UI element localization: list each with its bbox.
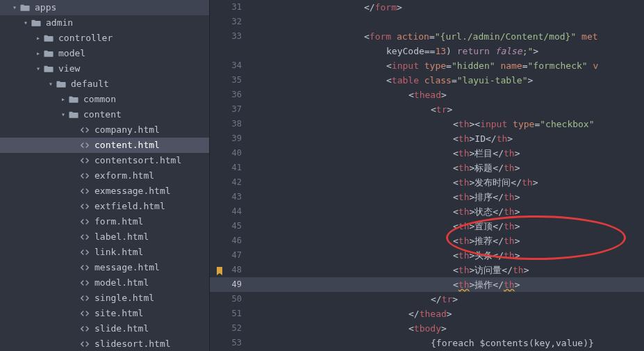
line-number	[210, 44, 253, 58]
tree-file-form.html[interactable]: form.html	[0, 214, 209, 229]
code-file-icon	[79, 232, 90, 242]
folder-icon	[43, 49, 54, 58]
tree-folder-common[interactable]: common	[0, 92, 209, 107]
folder-icon	[68, 95, 79, 104]
chevron-right-icon[interactable]	[58, 92, 68, 107]
code-file-icon	[79, 339, 90, 349]
tree-file-extfield.html[interactable]: extfield.html	[0, 199, 209, 214]
code-line[interactable]: <form action="{url./admin/Content/mod}" …	[253, 29, 644, 44]
code-line[interactable]: <th>排序</th>	[253, 190, 644, 204]
chevron-down-icon[interactable]	[21, 15, 31, 31]
tree-item-label: extfield.html	[94, 199, 209, 214]
bookmark-icon[interactable]	[215, 266, 224, 274]
chevron-down-icon[interactable]	[10, 0, 19, 15]
line-number: 31	[210, 0, 253, 15]
code-file-icon	[79, 186, 90, 196]
code-area[interactable]: </form><form action="{url./admin/Content…	[253, 0, 644, 351]
tree-file-link.html[interactable]: link.html	[0, 245, 209, 260]
line-number: 53	[210, 336, 253, 350]
code-line[interactable]: <tbody>	[253, 321, 644, 336]
tree-file-company.html[interactable]: company.html	[0, 122, 209, 138]
tree-item-label: message.html	[94, 260, 209, 275]
tree-folder-apps[interactable]: apps	[0, 0, 209, 15]
tree-file-label.html[interactable]: label.html	[0, 229, 209, 245]
line-number: 35	[210, 73, 253, 88]
code-line[interactable]: <thead>	[253, 88, 644, 102]
code-line[interactable]: <table class="layui-table">	[253, 73, 644, 88]
code-line[interactable]: {foreach $contents(key,value)}	[253, 336, 644, 350]
line-number: 52	[210, 321, 253, 336]
code-file-icon	[79, 293, 90, 303]
code-file-icon	[79, 278, 90, 288]
chevron-right-icon[interactable]	[33, 46, 43, 61]
line-number: 51	[210, 307, 253, 321]
tree-folder-admin[interactable]: admin	[0, 15, 209, 31]
line-number: 41	[210, 161, 253, 175]
code-line[interactable]: <th>状态</th>	[253, 204, 644, 219]
code-line[interactable]: <th>访问量</th>	[253, 263, 644, 277]
tree-item-label: exmessage.html	[94, 183, 209, 199]
workspace: appsadmincontrollermodelviewdefaultcommo…	[0, 0, 644, 351]
code-line[interactable]: <th>操作</th>	[253, 277, 644, 292]
tree-file-model.html[interactable]: model.html	[0, 275, 209, 291]
tree-item-label: slide.html	[94, 321, 209, 336]
code-editor[interactable]: 3132333435363738394041424344454647484950…	[210, 0, 644, 351]
code-file-icon	[79, 140, 90, 150]
folder-icon	[56, 79, 67, 89]
chevron-down-icon[interactable]	[46, 76, 56, 92]
code-line[interactable]: <tr>	[253, 102, 644, 117]
line-number: 48	[210, 263, 253, 277]
code-line[interactable]: <th>置顶</th>	[253, 219, 644, 234]
code-line[interactable]: keyCode==13) return false;">	[253, 44, 644, 58]
tree-file-contentsort.html[interactable]: contentsort.html	[0, 153, 209, 168]
tree-item-label: model.html	[94, 275, 209, 291]
tree-file-single.html[interactable]: single.html	[0, 291, 209, 306]
code-file-icon	[79, 309, 90, 318]
code-file-icon	[79, 202, 90, 211]
code-line[interactable]: <th>标题</th>	[253, 161, 644, 175]
code-line[interactable]: </thead>	[253, 307, 644, 321]
code-file-icon	[79, 156, 90, 165]
code-line[interactable]: <th>栏目</th>	[253, 146, 644, 161]
tree-item-label: default	[71, 76, 209, 92]
tree-file-slide.html[interactable]: slide.html	[0, 321, 209, 336]
code-line[interactable]: <th><input type="checkbox"	[253, 117, 644, 131]
folder-icon	[43, 64, 54, 74]
tree-file-content.html[interactable]: content.html	[0, 138, 209, 153]
code-line[interactable]: <input type="hidden" name="formcheck" v	[253, 58, 644, 73]
tree-folder-controller[interactable]: controller	[0, 31, 209, 46]
tree-folder-default[interactable]: default	[0, 76, 209, 92]
line-number: 49	[210, 277, 253, 292]
tree-item-label: exform.html	[94, 168, 209, 183]
chevron-right-icon[interactable]	[33, 31, 43, 46]
tree-file-message.html[interactable]: message.html	[0, 260, 209, 275]
tree-item-label: contentsort.html	[94, 153, 209, 168]
chevron-down-icon[interactable]	[58, 107, 68, 122]
tree-file-exmessage.html[interactable]: exmessage.html	[0, 183, 209, 199]
code-line[interactable]: </form>	[253, 0, 644, 15]
tree-item-label: controller	[58, 31, 209, 46]
tree-item-label: apps	[35, 0, 209, 15]
line-number: 34	[210, 58, 253, 73]
tree-file-slidesort.html[interactable]: slidesort.html	[0, 336, 209, 351]
tree-folder-content[interactable]: content	[0, 107, 209, 122]
tree-item-label: content	[83, 107, 209, 122]
tree-folder-model[interactable]: model	[0, 46, 209, 61]
tree-item-label: site.html	[94, 306, 209, 321]
code-line[interactable]	[253, 15, 644, 29]
tree-file-exform.html[interactable]: exform.html	[0, 168, 209, 183]
tree-file-site.html[interactable]: site.html	[0, 306, 209, 321]
code-line[interactable]: <th>推荐</th>	[253, 234, 644, 248]
code-line[interactable]: <th>头条</th>	[253, 248, 644, 263]
line-number: 50	[210, 292, 253, 307]
code-line[interactable]: </tr>	[253, 292, 644, 307]
tree-folder-view[interactable]: view	[0, 61, 209, 76]
tree-item-label: admin	[46, 15, 209, 31]
code-line[interactable]: <th>ID</th>	[253, 131, 644, 146]
code-line[interactable]: <th>发布时间</th>	[253, 175, 644, 190]
line-number: 40	[210, 146, 253, 161]
file-tree-sidebar[interactable]: appsadmincontrollermodelviewdefaultcommo…	[0, 0, 210, 351]
tree-item-label: model	[58, 46, 209, 61]
tree-item-label: label.html	[94, 229, 209, 245]
chevron-down-icon[interactable]	[33, 61, 43, 76]
